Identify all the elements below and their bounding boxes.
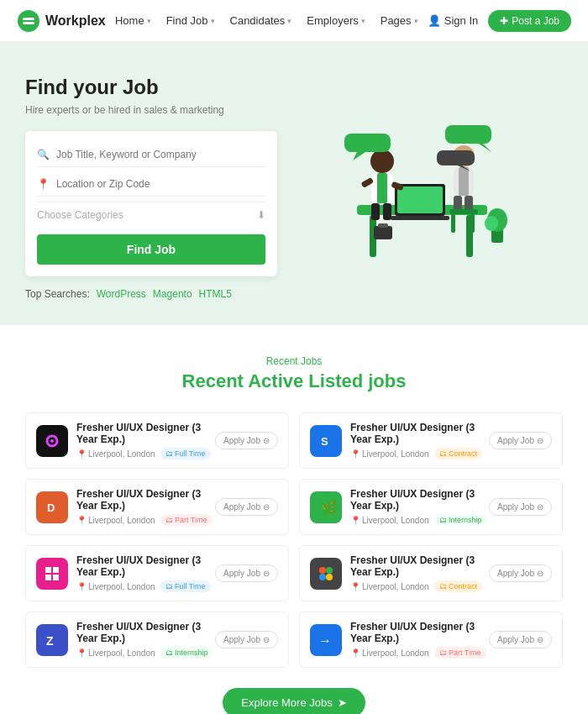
job-location: 📍 Liverpool, London bbox=[76, 449, 155, 459]
find-job-button[interactable]: Find Job bbox=[37, 234, 265, 265]
job-badge: 🗂 Part Time bbox=[434, 647, 486, 659]
location-pin-icon: 📍 bbox=[76, 449, 87, 459]
logo[interactable]: Workplex bbox=[17, 9, 106, 33]
job-card-2: S Fresher UI/UX Designer (3 Year Exp.) 📍… bbox=[299, 412, 563, 469]
location-pin-icon: 📍 bbox=[350, 516, 360, 525]
location-pin-icon: 📍 bbox=[350, 582, 360, 591]
job-card-1: Fresher UI/UX Designer (3 Year Exp.) 📍 L… bbox=[25, 412, 289, 469]
apply-job-button-4[interactable]: Apply Job ⊖ bbox=[489, 498, 552, 516]
circle-icon: ⊖ bbox=[537, 569, 543, 578]
location-pin-icon: 📍 bbox=[350, 648, 360, 658]
tag-wordpress[interactable]: WordPress bbox=[97, 288, 146, 300]
keyword-input[interactable] bbox=[56, 149, 265, 160]
svg-point-52 bbox=[319, 574, 326, 580]
svg-rect-22 bbox=[451, 214, 455, 233]
svg-rect-1 bbox=[23, 18, 34, 20]
job-badge: 🗂 Full Time bbox=[160, 580, 211, 592]
job-meta: 📍 Liverpool, London 🗂 Full Time bbox=[76, 448, 215, 459]
job-logo: Z bbox=[36, 624, 68, 656]
nav-pages[interactable]: Pages ▾ bbox=[381, 14, 418, 27]
nav-candidates[interactable]: Candidates ▾ bbox=[230, 14, 292, 27]
job-location: 📍 Liverpool, London bbox=[76, 516, 155, 525]
job-logo bbox=[36, 558, 68, 590]
apply-job-button-1[interactable]: Apply Job ⊖ bbox=[215, 432, 278, 449]
job-meta: 📍 Liverpool, London 🗂 Contract bbox=[350, 448, 489, 459]
job-title: Fresher UI/UX Designer (3 Year Exp.) bbox=[350, 488, 489, 512]
nav-employers[interactable]: Employers ▾ bbox=[307, 14, 365, 27]
job-title: Fresher UI/UX Designer (3 Year Exp.) bbox=[76, 422, 215, 445]
svg-rect-34 bbox=[378, 223, 388, 228]
job-location: 📍 Liverpool, London bbox=[350, 582, 429, 591]
job-left: S Fresher UI/UX Designer (3 Year Exp.) 📍… bbox=[310, 422, 489, 459]
svg-text:🌿: 🌿 bbox=[321, 500, 338, 516]
svg-rect-23 bbox=[470, 214, 475, 233]
jobs-grid: Fresher UI/UX Designer (3 Year Exp.) 📍 L… bbox=[25, 412, 563, 668]
job-info: Fresher UI/UX Designer (3 Year Exp.) 📍 L… bbox=[350, 621, 489, 659]
apply-job-button-6[interactable]: Apply Job ⊖ bbox=[489, 564, 552, 582]
tag-magento[interactable]: Magento bbox=[153, 288, 192, 300]
job-card-8: → Fresher UI/UX Designer (3 Year Exp.) 📍… bbox=[299, 612, 563, 668]
apply-job-button-5[interactable]: Apply Job ⊖ bbox=[215, 564, 278, 582]
keyword-row: 🔍 bbox=[37, 143, 265, 167]
plus-icon: ✚ bbox=[500, 15, 508, 27]
circle-icon: ⊖ bbox=[537, 502, 543, 512]
location-input[interactable] bbox=[56, 178, 265, 190]
job-card-6: Fresher UI/UX Designer (3 Year Exp.) 📍 L… bbox=[299, 545, 563, 601]
chevron-down-icon: ▾ bbox=[147, 17, 151, 25]
job-info: Fresher UI/UX Designer (3 Year Exp.) 📍 L… bbox=[350, 554, 489, 592]
job-meta: 📍 Liverpool, London 🗂 Internship bbox=[76, 647, 215, 659]
apply-job-button-3[interactable]: Apply Job ⊖ bbox=[215, 498, 278, 516]
svg-rect-7 bbox=[397, 186, 443, 213]
job-logo bbox=[36, 425, 68, 457]
navbar-right: 👤 Sign In ✚ Post a Job bbox=[428, 10, 571, 32]
apply-job-button-8[interactable]: Apply Job ⊖ bbox=[489, 631, 552, 648]
job-left: Z Fresher UI/UX Designer (3 Year Exp.) 📍… bbox=[36, 621, 215, 659]
job-badge: 🗂 Internship bbox=[434, 514, 487, 526]
svg-rect-12 bbox=[371, 203, 380, 220]
job-left: 🌿 Fresher UI/UX Designer (3 Year Exp.) 📍… bbox=[310, 488, 489, 526]
post-job-button[interactable]: ✚ Post a Job bbox=[488, 10, 571, 32]
category-row[interactable]: Choose Categories ⬇ bbox=[37, 202, 265, 228]
recent-jobs-section: Recent Jobs Recent Active Listed jobs Fr… bbox=[0, 325, 588, 714]
location-icon: 📍 bbox=[37, 178, 50, 190]
chevron-down-icon: ▾ bbox=[414, 17, 418, 25]
job-meta: 📍 Liverpool, London 🗂 Part Time bbox=[350, 647, 489, 659]
recent-jobs-title: Recent Active Listed jobs bbox=[25, 370, 563, 392]
svg-point-32 bbox=[485, 216, 498, 231]
job-title: Fresher UI/UX Designer (3 Year Exp.) bbox=[76, 488, 215, 512]
search-form: 🔍 📍 Choose Categories ⬇ Find Job bbox=[25, 131, 277, 276]
job-info: Fresher UI/UX Designer (3 Year Exp.) 📍 L… bbox=[76, 621, 215, 659]
hero-section: Find your Job Hire experts or be hired i… bbox=[0, 42, 588, 325]
job-info: Fresher UI/UX Designer (3 Year Exp.) 📍 L… bbox=[76, 488, 215, 526]
explore-more-jobs-button[interactable]: Explore More Jobs ➤ bbox=[223, 688, 365, 714]
svg-point-0 bbox=[18, 10, 39, 32]
svg-rect-28 bbox=[437, 150, 475, 165]
svg-point-50 bbox=[319, 567, 326, 574]
job-left: Fresher UI/UX Designer (3 Year Exp.) 📍 L… bbox=[310, 554, 489, 592]
apply-job-button-2[interactable]: Apply Job ⊖ bbox=[489, 432, 552, 449]
job-title: Fresher UI/UX Designer (3 Year Exp.) bbox=[350, 422, 489, 445]
job-title: Fresher UI/UX Designer (3 Year Exp.) bbox=[76, 554, 215, 578]
chevron-down-icon: ▾ bbox=[287, 17, 291, 25]
svg-text:→: → bbox=[318, 633, 332, 648]
explore-btn-wrap: Explore More Jobs ➤ bbox=[25, 688, 563, 714]
job-card-7: Z Fresher UI/UX Designer (3 Year Exp.) 📍… bbox=[25, 612, 289, 668]
location-pin-icon: 📍 bbox=[350, 449, 360, 459]
circle-icon: ⊖ bbox=[263, 436, 270, 445]
svg-rect-18 bbox=[459, 167, 469, 196]
location-row: 📍 bbox=[37, 172, 265, 197]
sign-in-button[interactable]: 👤 Sign In bbox=[428, 14, 478, 27]
svg-rect-26 bbox=[445, 125, 491, 144]
arrow-icon: ➤ bbox=[338, 696, 347, 709]
apply-label: Apply Job bbox=[497, 635, 534, 644]
hero-illustration bbox=[277, 96, 563, 281]
job-card-3: D Fresher UI/UX Designer (3 Year Exp.) 📍… bbox=[25, 479, 289, 535]
nav-find-job[interactable]: Find Job ▾ bbox=[166, 14, 215, 27]
job-logo: S bbox=[310, 425, 342, 457]
svg-text:Z: Z bbox=[46, 634, 54, 648]
job-info: Fresher UI/UX Designer (3 Year Exp.) 📍 L… bbox=[350, 488, 489, 526]
recent-jobs-label: Recent Jobs bbox=[25, 355, 563, 367]
tag-html5[interactable]: HTML5 bbox=[199, 288, 232, 300]
apply-job-button-7[interactable]: Apply Job ⊖ bbox=[215, 631, 278, 648]
nav-home[interactable]: Home ▾ bbox=[115, 14, 151, 27]
